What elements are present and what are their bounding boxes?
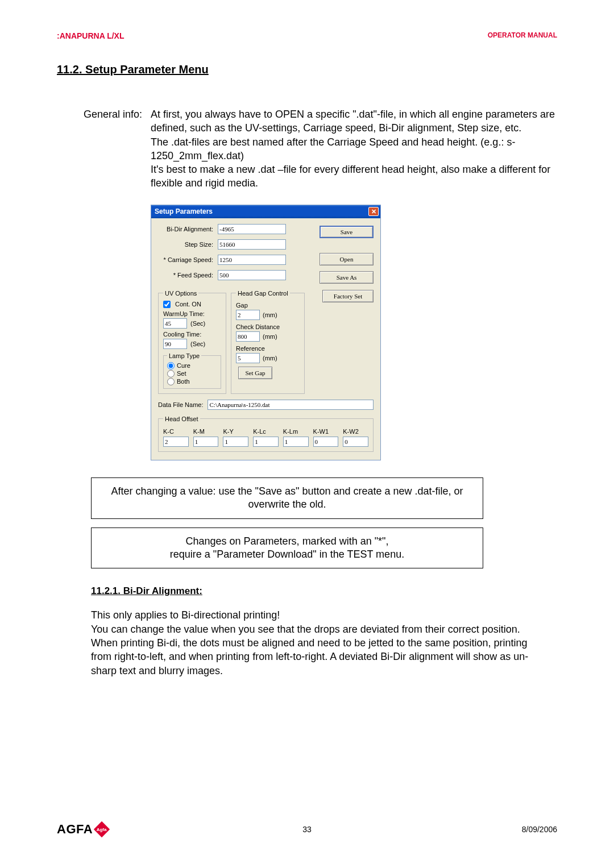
head-offset-col-label: K-M (193, 428, 219, 435)
head-offset-col-label: K-W2 (343, 428, 368, 435)
bidir-input[interactable] (218, 224, 286, 234)
head-offset-input[interactable] (223, 437, 248, 447)
hgc-legend: Head Gap Control (236, 290, 290, 297)
subsection-title: 11.2.1. Bi-Dir Alignment: (91, 585, 557, 597)
general-info-body: At first, you always have to OPEN a spec… (151, 107, 557, 190)
general-info-label: General info: (57, 107, 151, 190)
check-label: Check Distance (236, 323, 300, 330)
product-name: :ANAPURNA L/XL (57, 31, 124, 40)
factory-set-button[interactable]: Factory Set (322, 290, 374, 302)
page-header: :ANAPURNA L/XL OPERATOR MANUAL (57, 31, 557, 40)
save-button[interactable]: Save (320, 226, 374, 238)
agfa-logo-text: AGFA (57, 822, 93, 837)
page-number: 33 (302, 825, 312, 834)
data-file-label: Data File Name: (158, 401, 203, 408)
warmup-unit: (Sec) (190, 320, 205, 327)
head-offset-input[interactable] (283, 437, 309, 447)
cooling-label: Cooling Time: (163, 331, 221, 338)
lamp-set-label: Set (177, 370, 186, 377)
check-unit: (mm) (263, 333, 277, 340)
save-as-button[interactable]: Save As (320, 271, 374, 284)
page-footer: AGFA Agfa 33 8/09/2006 (57, 822, 557, 837)
head-offset-col-label: K-Lc (253, 428, 279, 435)
doc-type: OPERATOR MANUAL (488, 31, 557, 40)
body-text: This only applies to Bi-directional prin… (91, 608, 534, 677)
open-button[interactable]: Open (320, 253, 374, 265)
lamp-type-group: Lamp Type Cure Set Both (163, 352, 221, 389)
data-file-input[interactable] (208, 400, 374, 410)
uv-legend: UV Options (163, 290, 198, 297)
head-offset-input[interactable] (313, 437, 339, 447)
head-offset-input[interactable] (163, 437, 189, 447)
lamp-both-radio[interactable] (167, 378, 175, 385)
check-input[interactable] (236, 331, 260, 342)
gap-label: Gap (236, 302, 300, 309)
lamp-cure-radio[interactable] (167, 362, 175, 369)
carriage-label: * Carriage Speed: (158, 256, 218, 263)
warmup-label: WarmUp Time: (163, 310, 221, 317)
bidir-label: Bi-Dir Alignment: (158, 226, 218, 232)
cont-on-checkbox[interactable] (163, 301, 171, 308)
carriage-input[interactable] (218, 255, 286, 265)
close-icon[interactable]: ✕ (368, 207, 379, 216)
cooling-input[interactable] (163, 339, 187, 349)
head-offset-input[interactable] (343, 437, 368, 447)
head-offset-legend: Head Offset (163, 416, 200, 422)
ref-label: Reference (236, 345, 300, 352)
dialog-title: Setup Parameters (155, 207, 213, 215)
cooling-unit: (Sec) (190, 340, 205, 347)
feed-input[interactable] (218, 270, 286, 280)
step-label: Step Size: (158, 241, 218, 248)
feed-label: * Feed Speed: (158, 272, 218, 279)
head-offset-input[interactable] (193, 437, 219, 447)
dialog-titlebar[interactable]: Setup Parameters ✕ (151, 205, 380, 218)
set-gap-button[interactable]: Set Gap (238, 367, 272, 379)
agfa-diamond-icon: Agfa (94, 821, 110, 837)
head-offset-col-label: K-Y (223, 428, 248, 435)
general-info-block: General info: At first, you always have … (57, 107, 557, 190)
head-offset-input[interactable] (253, 437, 279, 447)
head-offset-col-label: K-Lm (283, 428, 309, 435)
cont-on-label: Cont. ON (175, 301, 201, 308)
lamp-legend: Lamp Type (167, 352, 201, 359)
section-title: 11.2. Setup Parameter Menu (57, 63, 557, 76)
page-date: 8/09/2006 (522, 825, 557, 834)
ref-unit: (mm) (263, 355, 277, 362)
setup-parameters-dialog: Setup Parameters ✕ Bi-Dir Alignment: Ste… (151, 205, 381, 460)
notice-parameter-download: Changes on Parameters, marked with an "*… (91, 528, 483, 569)
lamp-both-label: Both (177, 378, 190, 385)
head-offset-group: Head Offset K-CK-MK-YK-LcK-LmK-W1K-W2 (158, 416, 374, 452)
gap-unit: (mm) (263, 312, 277, 318)
lamp-cure-label: Cure (177, 362, 190, 369)
head-offset-col-label: K-W1 (313, 428, 339, 435)
ref-input[interactable] (236, 353, 260, 363)
agfa-logo: AGFA Agfa (57, 822, 107, 837)
gap-input[interactable] (236, 310, 260, 320)
step-input[interactable] (218, 239, 286, 250)
lamp-set-radio[interactable] (167, 370, 175, 377)
head-offset-col-label: K-C (163, 428, 189, 435)
notice-save-as: After changing a value: use the "Save as… (91, 477, 483, 519)
warmup-input[interactable] (163, 318, 187, 329)
uv-options-group: UV Options Cont. ON WarmUp Time: (Sec) C… (158, 290, 226, 394)
head-gap-control-group: Head Gap Control Gap (mm) Check Distance… (231, 290, 305, 394)
